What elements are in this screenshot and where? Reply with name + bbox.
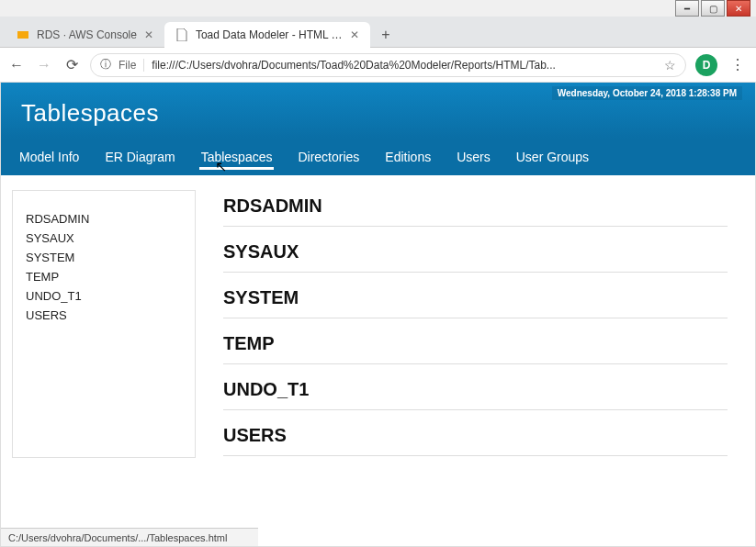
sidebar-item[interactable]: TEMP <box>26 267 182 286</box>
address-bar[interactable]: ⓘ File file:///C:/Users/dvohra/Documents… <box>90 53 686 77</box>
tab-title: Toad Data Modeler - HTML Repo <box>196 28 343 41</box>
back-button[interactable]: ← <box>7 57 26 73</box>
nav-users[interactable]: Users <box>455 140 492 173</box>
sidebar-item[interactable]: USERS <box>26 306 182 325</box>
tablespace-heading: TEMP <box>223 318 728 364</box>
site-info-icon[interactable]: ⓘ <box>100 57 111 73</box>
browser-tab[interactable]: Toad Data Modeler - HTML Repo ✕ <box>164 22 370 48</box>
status-text: C:/Users/dvohra/Documents/.../Tablespace… <box>8 532 227 543</box>
menu-button[interactable]: ⋮ <box>727 56 749 73</box>
main-content: RDSADMIN SYSAUX SYSTEM TEMP UNDO_T1 USER… <box>196 175 755 473</box>
aws-favicon-icon <box>17 28 29 41</box>
svg-rect-0 <box>17 31 28 39</box>
browser-tab-strip: RDS · AWS Console ✕ Toad Data Modeler - … <box>0 17 756 48</box>
close-window-button[interactable]: ✕ <box>727 0 750 17</box>
tablespace-heading: RDSADMIN <box>223 192 728 227</box>
sidebar-item[interactable]: RDSADMIN <box>26 209 182 229</box>
page-viewport: Wednesday, October 24, 2018 1:28:38 PM T… <box>0 83 756 547</box>
url-scheme-label: File <box>118 59 144 72</box>
page-title: Tablespaces <box>21 99 735 128</box>
tab-title: RDS · AWS Console <box>37 28 137 41</box>
nav-model-info[interactable]: Model Info <box>17 140 81 173</box>
tablespace-heading: SYSAUX <box>223 227 728 273</box>
top-nav: Model Info ER Diagram Tablespaces Direct… <box>1 139 755 175</box>
status-bar: C:/Users/dvohra/Documents/.../Tablespace… <box>1 528 258 546</box>
browser-tab[interactable]: RDS · AWS Console ✕ <box>6 22 164 48</box>
window-controls: ━ ▢ ✕ <box>675 0 750 17</box>
nav-editions[interactable]: Editions <box>383 140 433 173</box>
nav-user-groups[interactable]: User Groups <box>514 140 591 173</box>
sidebar-item[interactable]: SYSAUX <box>26 229 182 248</box>
tablespace-heading: USERS <box>223 410 728 456</box>
sidebar-item[interactable]: SYSTEM <box>26 248 182 267</box>
profile-letter: D <box>703 59 711 72</box>
timestamp: Wednesday, October 24, 2018 1:28:38 PM <box>552 86 742 100</box>
file-favicon-icon <box>175 28 188 41</box>
browser-toolbar: ← → ⟳ ⓘ File file:///C:/Users/dvohra/Doc… <box>0 48 756 83</box>
tablespace-heading: SYSTEM <box>223 273 728 318</box>
profile-avatar[interactable]: D <box>695 54 717 76</box>
minimize-button[interactable]: ━ <box>675 0 699 17</box>
nav-tablespaces[interactable]: Tablespaces <box>199 140 275 173</box>
bookmark-star-icon[interactable]: ☆ <box>664 58 676 73</box>
close-tab-icon[interactable]: ✕ <box>144 28 153 41</box>
new-tab-button[interactable]: + <box>374 23 398 47</box>
url-text: file:///C:/Users/dvohra/Documents/Toad%2… <box>152 59 657 72</box>
reload-button[interactable]: ⟳ <box>62 56 81 73</box>
close-tab-icon[interactable]: ✕ <box>350 28 359 41</box>
sidebar-item[interactable]: UNDO_T1 <box>26 286 182 306</box>
nav-er-diagram[interactable]: ER Diagram <box>103 140 176 173</box>
maximize-button[interactable]: ▢ <box>701 0 725 17</box>
page-header: Wednesday, October 24, 2018 1:28:38 PM T… <box>1 83 755 139</box>
forward-button[interactable]: → <box>35 57 53 73</box>
sidebar: RDSADMIN SYSAUX SYSTEM TEMP UNDO_T1 USER… <box>12 190 196 458</box>
tablespace-heading: UNDO_T1 <box>223 364 728 410</box>
nav-directories[interactable]: Directories <box>296 140 361 173</box>
